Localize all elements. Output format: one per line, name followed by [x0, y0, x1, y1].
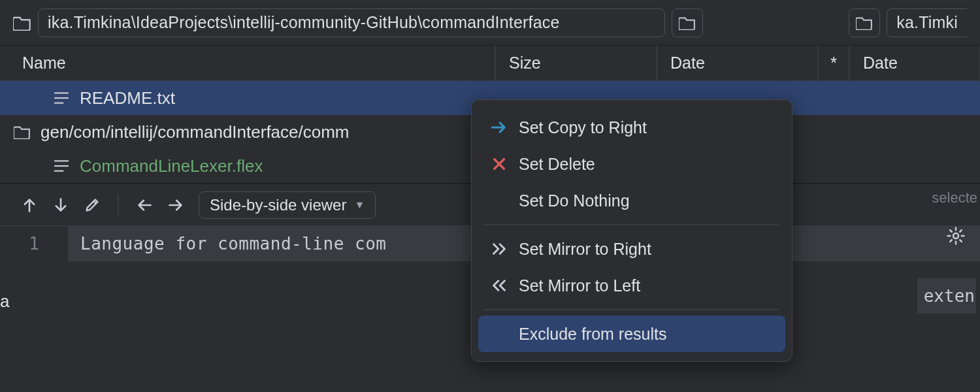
line-number: 1	[0, 226, 69, 261]
ctx-exclude-results[interactable]: Exclude from results	[478, 316, 785, 352]
ctx-label: Exclude from results	[519, 325, 666, 344]
right-path-pill[interactable]: ka.Timki	[887, 8, 967, 37]
col-date-right[interactable]: Date	[849, 46, 980, 80]
ctx-label: Set Mirror to Left	[519, 276, 640, 295]
right-path-text: ka.Timki	[896, 13, 958, 32]
back-icon[interactable]	[136, 197, 153, 214]
ctx-separator	[485, 309, 779, 310]
svg-point-6	[953, 233, 958, 238]
left-edge-char: a	[0, 291, 9, 312]
col-name[interactable]: Name	[0, 46, 495, 80]
chevron-down-icon: ▼	[354, 199, 365, 211]
column-headers: Name Size Date * Date	[0, 46, 980, 81]
tree-label: README.txt	[80, 88, 175, 108]
left-path-pill[interactable]: ika.Timkina\IdeaProjects\intellij-commun…	[38, 8, 665, 37]
chevrons-right-icon	[490, 242, 508, 255]
left-path-open[interactable]	[672, 8, 703, 37]
viewer-mode-select[interactable]: Side-by-side viewer ▼	[199, 191, 376, 219]
ctx-label: Set Delete	[519, 155, 595, 174]
right-hint-text: selecte	[932, 189, 977, 206]
right-path-open[interactable]	[849, 8, 880, 37]
folder-icon	[679, 16, 696, 30]
col-size[interactable]: Size	[495, 46, 657, 80]
folder-icon	[13, 15, 31, 31]
ctx-label: Set Mirror to Right	[519, 240, 651, 259]
ctx-label: Set Do Nothing	[519, 191, 630, 210]
x-icon	[490, 157, 508, 171]
col-date-left[interactable]: Date	[657, 46, 818, 80]
ctx-separator	[485, 224, 779, 225]
ctx-set-copy-right[interactable]: Set Copy to Right	[478, 109, 785, 146]
text-file-icon	[52, 159, 71, 173]
ctx-set-mirror-right[interactable]: Set Mirror to Right	[478, 231, 785, 267]
arrow-right-icon	[490, 121, 508, 134]
context-menu: Set Copy to Right Set Delete Set Do Noth…	[471, 99, 792, 362]
tree-label: CommandLineLexer.flex	[80, 156, 263, 176]
ctx-set-mirror-left[interactable]: Set Mirror to Left	[478, 267, 785, 304]
chevrons-left-icon	[490, 279, 508, 292]
left-path-text: ika.Timkina\IdeaProjects\intellij-commun…	[48, 13, 560, 32]
col-star[interactable]: *	[818, 46, 849, 80]
ctx-set-do-nothing[interactable]: Set Do Nothing	[478, 182, 785, 219]
next-diff-icon[interactable]	[52, 197, 69, 214]
edit-icon[interactable]	[84, 197, 101, 214]
tree-label: gen/com/intellij/commandInterface/comm	[41, 122, 350, 142]
folder-icon	[856, 16, 873, 30]
prev-diff-icon[interactable]	[21, 197, 38, 214]
ctx-set-delete[interactable]: Set Delete	[478, 146, 785, 182]
text-file-icon	[52, 91, 71, 105]
right-code-tail: exten	[917, 278, 976, 314]
folder-icon	[13, 125, 31, 139]
gear-icon[interactable]	[946, 226, 966, 246]
forward-icon[interactable]	[167, 197, 184, 214]
ctx-label: Set Copy to Right	[519, 118, 647, 137]
toolbar-divider	[118, 194, 119, 216]
viewer-mode-label: Side-by-side viewer	[210, 196, 346, 214]
path-bar: ika.Timkina\IdeaProjects\intellij-commun…	[0, 0, 980, 46]
